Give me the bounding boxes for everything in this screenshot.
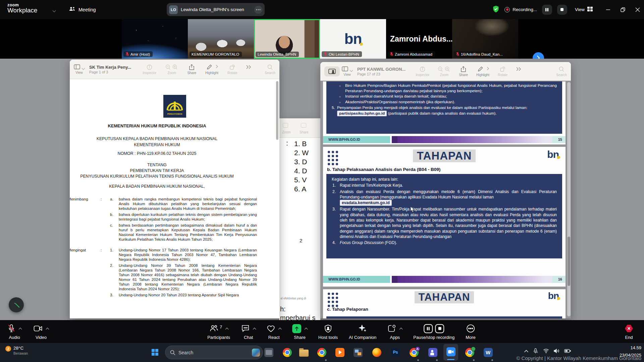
taskbar-photoshop-icon[interactable]: Ps <box>390 347 400 357</box>
video-tile-amir[interactable]: Amir (Host) <box>122 19 188 59</box>
clock-time: 14.59 <box>620 344 641 352</box>
taskbar-chrome-profile-a-icon[interactable]: A <box>409 347 419 357</box>
windows-taskbar: 2 28°C Berawan Search Ps A W <box>0 343 644 362</box>
search-box[interactable]: Search <box>165 346 263 359</box>
taskbar-file-explorer-icon[interactable] <box>264 347 274 357</box>
more-button[interactable]: More <box>466 323 476 340</box>
tab-more-button[interactable] <box>254 6 262 14</box>
stop-recording-button[interactable] <box>557 5 567 15</box>
apps-button[interactable]: Apps <box>387 323 402 340</box>
tray-mic-icon[interactable] <box>533 348 538 354</box>
share-button[interactable]: Share <box>459 66 468 77</box>
mengingat-label: Mengingat <box>70 248 101 262</box>
taskbar-clock[interactable]: 14.59 23/04/2025 <box>620 344 641 359</box>
zoom-buttons[interactable]: Zoom <box>438 66 450 77</box>
view-menu-button[interactable]: View <box>342 66 353 76</box>
zoom-tool-icon <box>283 123 288 128</box>
participants-button[interactable]: 7 Participants <box>207 323 230 340</box>
minimize-button[interactable] <box>606 7 610 12</box>
taskbar-photos-icon[interactable] <box>353 347 363 357</box>
camera-off-display-name: Zamroni Abdus... <box>390 35 452 44</box>
end-icon <box>624 324 634 333</box>
contact-card-button[interactable] <box>324 66 340 76</box>
audio-button[interactable]: Audio <box>7 323 21 340</box>
search-button[interactable]: Search <box>265 64 275 75</box>
video-tile-kemenkum-gorontalo[interactable]: KEMENKUM GORONTALO <box>188 19 254 59</box>
tray-chevron-up-icon[interactable] <box>524 350 529 353</box>
tray-battery-icon[interactable] <box>564 349 571 353</box>
view-grid-icon <box>587 7 593 12</box>
partisipasiku-link[interactable]: partisipasiku.bphn.go.id <box>337 111 387 117</box>
taskbar-zoom-icon[interactable] <box>446 347 456 357</box>
more-tools-button[interactable] <box>516 66 521 77</box>
taskbar-zoom-active-slot[interactable] <box>443 344 458 361</box>
react-options-chevron[interactable] <box>278 327 282 331</box>
doc-nomor: NOMOR : PHN-119.KP.06.02 TAHUN 2025 <box>70 151 244 156</box>
tray-wifi-icon[interactable] <box>543 349 549 353</box>
mic-muted-icon <box>390 52 393 56</box>
inspector-button[interactable]: Inspector <box>416 66 429 77</box>
audio-label: Audio <box>9 335 20 340</box>
participants-options-chevron[interactable] <box>225 327 229 331</box>
rotate-button[interactable]: Rotate <box>498 66 507 77</box>
annotate-button[interactable] <box>9 297 24 312</box>
host-tools-button[interactable]: Host tools <box>318 323 338 340</box>
view-menu-button[interactable]: View <box>74 64 85 74</box>
info-icon <box>147 64 152 70</box>
inspector-button[interactable]: Inspector <box>143 64 156 75</box>
chevron-down-icon[interactable] <box>53 9 56 12</box>
document-title-block: SK Tim Kerja Peny... Page 1 of 3 <box>89 65 131 74</box>
audio-options-chevron[interactable] <box>19 327 22 331</box>
tab-meeting[interactable]: Meeting <box>69 0 96 19</box>
ai-companion-button[interactable]: AI Companion <box>349 323 376 340</box>
restore-button[interactable] <box>621 7 625 12</box>
taskbar-folder-icon[interactable] <box>299 347 309 357</box>
view-button[interactable]: View <box>575 7 593 12</box>
share-label: Share <box>294 335 306 340</box>
scrollbar-thumb[interactable] <box>568 237 570 286</box>
taskbar-firefox-icon[interactable] <box>372 347 382 357</box>
share-options-chevron[interactable] <box>305 327 308 331</box>
evadata-link[interactable]: evadata.kemenkum.go.id <box>340 200 392 206</box>
chat-options-chevron[interactable] <box>253 327 256 331</box>
tray-volume-icon[interactable] <box>554 349 559 353</box>
notification-badge: 2 <box>5 346 11 352</box>
participant-name-badge: Amir (Host) <box>123 51 153 57</box>
title-bar: zoom Workplace Meeting LO Lewinda Oletta… <box>0 0 644 19</box>
apps-options-chevron[interactable] <box>399 327 403 331</box>
slide16-item2: 2.Analisis dan evaluasi Perda dengan men… <box>332 189 557 206</box>
video-button[interactable]: Video <box>34 323 49 340</box>
shared-screen-tab[interactable]: LO Lewinda Oletta_BPHN's screen <box>167 3 265 16</box>
pause-stop-recording-button[interactable]: Pause/stop recording <box>413 323 454 340</box>
pause-recording-button[interactable] <box>542 5 552 15</box>
taskbar-teams-icon[interactable] <box>428 347 438 357</box>
security-shield-icon[interactable] <box>492 5 499 14</box>
highlight-button[interactable]: Highlight <box>476 66 489 77</box>
more-tools-button[interactable] <box>246 64 251 75</box>
share-screen-button[interactable]: Share <box>292 323 307 340</box>
share-button[interactable]: Share <box>187 64 196 75</box>
start-button[interactable] <box>152 349 158 356</box>
taskbar-media-player-icon[interactable] <box>335 347 345 357</box>
video-tile-adolfina[interactable]: 16/Adolfina Daud_Kan... <box>452 19 518 59</box>
end-meeting-button[interactable]: End <box>624 323 634 340</box>
weather-widget[interactable]: 2 28°C Berawan <box>5 346 28 355</box>
search-button[interactable]: Search <box>556 66 567 77</box>
video-tile-zamroni[interactable]: Zamroni Abdus... Zamroni Abdussamad <box>386 19 452 59</box>
close-button[interactable] <box>635 7 640 12</box>
video-tile-lewinda-active-speaker[interactable]: Lewinda Oletta_BPHN <box>254 19 320 59</box>
chat-button[interactable]: Chat <box>241 323 256 340</box>
menimbang-item: bahwa diperlukan kurikulum pelatihan tek… <box>119 212 257 222</box>
taskbar-chrome-icon[interactable] <box>282 347 292 357</box>
taskbar-chrome-profile-g-icon[interactable] <box>465 347 475 357</box>
taskbar-chrome2-icon[interactable] <box>317 347 327 357</box>
zoom-buttons[interactable]: Zoom <box>165 64 178 75</box>
rotate-button[interactable]: Rotate <box>227 64 237 75</box>
video-tile-oki[interactable]: bn Oki Lestari-BPHN <box>320 19 386 59</box>
scrollbar-thumb[interactable] <box>276 81 278 140</box>
react-button[interactable]: React <box>267 323 281 340</box>
scrollbar-track[interactable] <box>567 82 571 316</box>
taskbar-word-icon[interactable]: W <box>483 347 493 357</box>
video-options-chevron[interactable] <box>46 327 49 331</box>
highlight-button[interactable]: Highlight <box>205 64 218 75</box>
